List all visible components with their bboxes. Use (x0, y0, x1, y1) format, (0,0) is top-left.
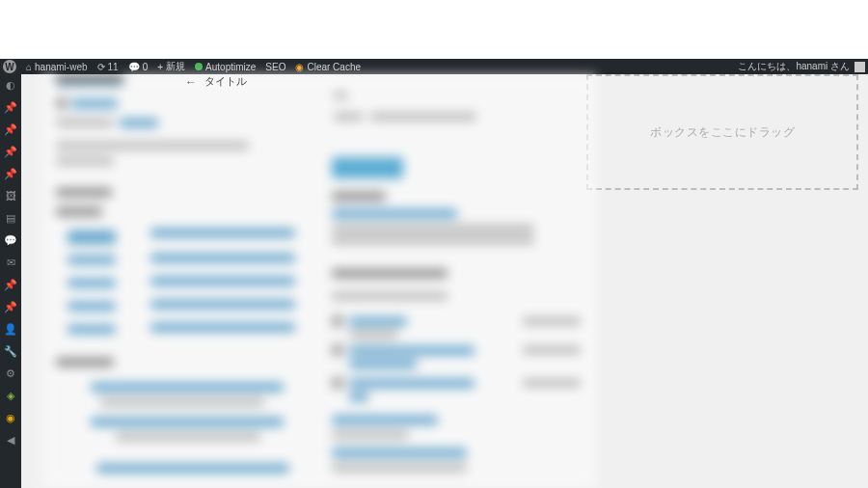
pin-icon[interactable]: 📌 (4, 300, 17, 313)
plugin-gold-icon[interactable]: ◉ (4, 411, 17, 424)
tools-icon[interactable]: 🔧 (4, 344, 17, 358)
status-dot-icon (195, 63, 203, 70)
new-label: 新規 (166, 60, 185, 73)
dashboard-icon[interactable]: ◐ (4, 78, 17, 92)
avatar-icon (854, 62, 865, 72)
comments-menu[interactable]: 💬 0 (128, 62, 149, 72)
dropzone-label: ボックスをここにドラッグ (650, 124, 795, 141)
tab-title-label[interactable]: タイトル (204, 74, 247, 89)
seo-menu[interactable]: SEO (265, 62, 285, 72)
plugin-icon[interactable]: ◈ (4, 389, 17, 402)
autoptimize-menu[interactable]: Autoptimize (195, 62, 256, 72)
widget-dropzone[interactable]: ボックスをここにドラッグ (586, 74, 858, 190)
pin-icon[interactable]: 📌 (4, 145, 17, 158)
comment-icon: 💬 (128, 62, 140, 72)
pin-icon[interactable]: 📌 (4, 122, 17, 136)
seo-label: SEO (265, 62, 285, 72)
site-name-label: hanami-web (35, 62, 87, 72)
contact-icon[interactable]: ✉ (4, 256, 17, 269)
pages-icon[interactable]: ▤ (4, 211, 17, 225)
media-icon[interactable]: 🖾 (4, 189, 17, 203)
pin-icon[interactable]: 📌 (4, 100, 17, 114)
cache-icon: ◉ (295, 62, 304, 72)
clear-cache-label: Clear Cache (307, 62, 361, 72)
admin-sidebar: ◐ 📌 📌 📌 📌 🖾 ▤ 💬 ✉ 📌 📌 👤 🔧 ⚙ ◈ ◉ ◀ (0, 74, 21, 488)
draft-tab-nav: ← タイトル (183, 74, 247, 89)
pin-icon[interactable]: 📌 (4, 278, 17, 291)
collapse-icon[interactable]: ◀ (4, 433, 17, 447)
updates-menu[interactable]: ⟳ 11 (97, 62, 119, 72)
pin-icon[interactable]: 📌 (4, 167, 17, 180)
admin-toolbar: W ⌂ hanami-web ⟳ 11 💬 0 + 新規 Autoptimize… (0, 59, 868, 74)
comments-icon[interactable]: 💬 (4, 233, 17, 247)
dashboard-content: ← タイトル (21, 74, 868, 488)
users-icon[interactable]: 👤 (4, 322, 17, 336)
home-icon: ⌂ (26, 62, 32, 72)
greeting-label: こんにちは、hanami さん (738, 60, 850, 73)
updates-icon: ⟳ (97, 62, 105, 72)
settings-icon[interactable]: ⚙ (4, 366, 17, 380)
updates-count: 11 (108, 62, 119, 72)
user-menu[interactable]: こんにちは、hanami さん (738, 60, 865, 73)
autoptimize-label: Autoptimize (205, 62, 256, 72)
wordpress-icon: W (3, 60, 16, 73)
wp-logo-menu[interactable]: W (3, 60, 16, 73)
back-arrow-icon[interactable]: ← (183, 75, 199, 89)
clear-cache-menu[interactable]: ◉ Clear Cache (295, 62, 361, 72)
site-name-menu[interactable]: ⌂ hanami-web (26, 62, 88, 72)
new-content-menu[interactable]: + 新規 (157, 60, 185, 73)
plus-icon: + (157, 62, 163, 72)
comments-count: 0 (143, 62, 149, 72)
